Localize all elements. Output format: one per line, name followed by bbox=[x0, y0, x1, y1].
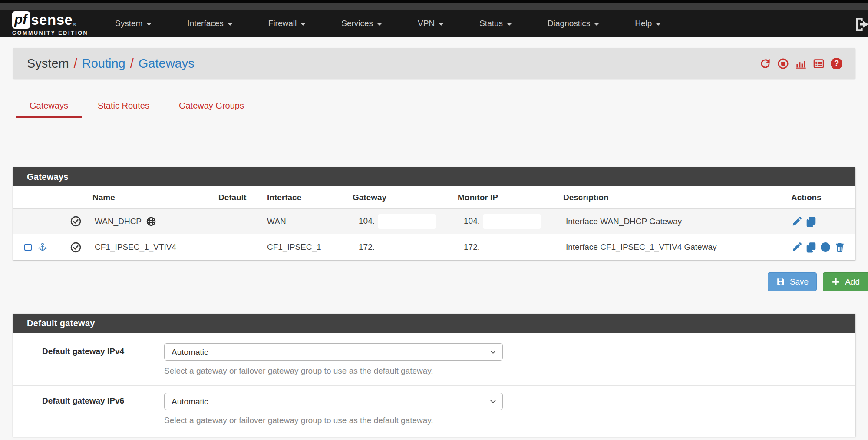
nav-status[interactable]: Status bbox=[462, 10, 530, 37]
edit-gateway-icon[interactable] bbox=[791, 242, 802, 253]
breadcrumb-separator: / bbox=[74, 56, 77, 71]
caret-down-icon bbox=[594, 23, 599, 26]
caret-down-icon bbox=[228, 23, 233, 26]
logo-pf: pf bbox=[12, 11, 30, 29]
routing-tabs: Gateways Static Routes Gateway Groups bbox=[16, 97, 260, 118]
caret-down-icon bbox=[656, 23, 661, 26]
globe-icon bbox=[146, 216, 156, 227]
anchor-icon[interactable] bbox=[38, 242, 47, 252]
nav-services[interactable]: Services bbox=[323, 10, 400, 37]
column-header-interface: Interface bbox=[267, 193, 352, 202]
column-header-actions: Actions bbox=[791, 193, 855, 202]
nav-vpn[interactable]: VPN bbox=[400, 10, 462, 37]
default-gateway-ipv4-label: Default gateway IPv4 bbox=[13, 343, 164, 376]
default-gateway-ipv6-control: Automatic bbox=[164, 393, 503, 410]
breadcrumb-separator: / bbox=[130, 56, 134, 71]
breadcrumb-actions: ? bbox=[759, 58, 842, 69]
gateway-actions-cell bbox=[791, 242, 855, 253]
save-icon bbox=[776, 277, 785, 287]
refresh-icon[interactable] bbox=[759, 58, 771, 69]
page-title: System / Routing / Gateways bbox=[27, 56, 195, 71]
monitor-ip: 104. bbox=[464, 216, 480, 225]
nav-diagnostics[interactable]: Diagnostics bbox=[530, 10, 617, 37]
gateway-address: 172. bbox=[359, 242, 375, 251]
check-circle-icon bbox=[70, 242, 82, 253]
nav-system[interactable]: System bbox=[97, 10, 169, 37]
sign-out-icon[interactable] bbox=[853, 16, 868, 31]
copy-gateway-icon[interactable] bbox=[805, 242, 817, 253]
nav-status-label: Status bbox=[479, 19, 503, 28]
nav-system-label: System bbox=[115, 19, 142, 28]
pfsense-logo-text: pf sense ® bbox=[12, 11, 91, 29]
logo-registered-mark: ® bbox=[73, 22, 76, 27]
table-row-cf1-ipsec: CF1_IPSEC_1_VTIV4 CF1_IPSEC_1 172. 172. … bbox=[13, 234, 855, 260]
default-gateway-ipv4-select[interactable]: Automatic bbox=[164, 343, 503, 361]
nav-interfaces-label: Interfaces bbox=[187, 19, 223, 28]
bar-chart-icon[interactable] bbox=[795, 58, 807, 69]
window-title-strip bbox=[0, 3, 868, 10]
gateway-address: 104. bbox=[359, 216, 375, 225]
stop-circle-icon[interactable] bbox=[777, 58, 789, 69]
gateway-monitor-cell: 172. bbox=[456, 242, 563, 252]
tab-gateway-groups[interactable]: Gateway Groups bbox=[165, 97, 258, 118]
gateways-table-header: Name Default Interface Gateway Monitor I… bbox=[13, 186, 855, 209]
gateways-buttons-bar: Save Add bbox=[13, 272, 868, 291]
column-header-description: Description bbox=[563, 193, 791, 202]
gateway-interface-cell: WAN bbox=[267, 217, 352, 226]
gateway-name: WAN_DHCP bbox=[95, 217, 142, 226]
gateway-name-cell: CF1_IPSEC_1_VTIV4 bbox=[67, 242, 217, 253]
default-gateway-panel: Default gateway Default gateway IPv4 Aut… bbox=[13, 314, 855, 437]
nav-vpn-label: VPN bbox=[418, 19, 435, 28]
gateway-address-cell: 104. bbox=[352, 214, 456, 229]
logo-subtitle: COMMUNITY EDITION bbox=[12, 30, 91, 36]
gateway-monitor-cell: 104. bbox=[456, 214, 563, 229]
gateway-address-cell: 172. bbox=[352, 242, 456, 252]
default-gateway-ipv6-row: Default gateway IPv6 Automatic Select a … bbox=[13, 385, 855, 435]
redaction-box bbox=[378, 214, 436, 229]
disable-gateway-icon[interactable] bbox=[820, 242, 831, 253]
table-row-wan-dhcp: WAN_DHCP WAN 104. 104. Interface WAN_DHC… bbox=[13, 209, 855, 234]
breadcrumb: System / Routing / Gateways ? bbox=[13, 48, 855, 79]
help-icon[interactable]: ? bbox=[831, 58, 842, 69]
breadcrumb-section: System bbox=[27, 56, 69, 71]
column-header-monitor-ip: Monitor IP bbox=[456, 193, 563, 202]
add-button-label: Add bbox=[845, 277, 860, 287]
caret-down-icon bbox=[146, 23, 152, 26]
window-top-edge bbox=[0, 0, 868, 3]
row-checkbox[interactable] bbox=[24, 244, 32, 251]
tab-gateways-label: Gateways bbox=[30, 101, 68, 110]
nav-help[interactable]: Help bbox=[617, 10, 679, 37]
redaction-box bbox=[483, 214, 541, 229]
tab-static-routes-label: Static Routes bbox=[98, 101, 149, 110]
nav-diagnostics-label: Diagnostics bbox=[548, 19, 590, 28]
main-menu: System Interfaces Firewall Services VPN … bbox=[97, 10, 679, 37]
plus-icon bbox=[831, 277, 841, 287]
default-gateway-ipv6-label: Default gateway IPv6 bbox=[13, 393, 164, 425]
gateway-description-cell: Interface WAN_DHCP Gateway bbox=[563, 217, 791, 226]
column-header-name: Name bbox=[67, 193, 217, 202]
delete-gateway-icon[interactable] bbox=[834, 242, 845, 253]
pfsense-logo[interactable]: pf sense ® COMMUNITY EDITION bbox=[12, 11, 91, 36]
gateways-panel: Gateways Name Default Interface Gateway … bbox=[13, 167, 855, 260]
save-button[interactable]: Save bbox=[768, 272, 817, 291]
check-circle-icon bbox=[70, 215, 82, 227]
log-summary-icon[interactable] bbox=[813, 58, 825, 69]
column-header-gateway: Gateway bbox=[352, 193, 456, 202]
breadcrumb-link-routing[interactable]: Routing bbox=[82, 56, 125, 71]
default-gateway-ipv4-control: Automatic bbox=[164, 343, 503, 361]
copy-gateway-icon[interactable] bbox=[805, 216, 817, 227]
edit-gateway-icon[interactable] bbox=[791, 216, 802, 227]
default-gateway-ipv6-select[interactable]: Automatic bbox=[164, 393, 503, 410]
caret-down-icon bbox=[507, 23, 512, 26]
breadcrumb-link-gateways[interactable]: Gateways bbox=[139, 56, 195, 71]
tab-gateway-groups-label: Gateway Groups bbox=[179, 101, 244, 110]
tab-gateways[interactable]: Gateways bbox=[16, 97, 82, 118]
tab-static-routes[interactable]: Static Routes bbox=[84, 97, 163, 118]
gateway-interface-cell: CF1_IPSEC_1 bbox=[267, 242, 352, 252]
add-button[interactable]: Add bbox=[823, 272, 868, 291]
nav-firewall-label: Firewall bbox=[268, 19, 297, 28]
default-gateway-ipv4-row: Default gateway IPv4 Automatic Select a … bbox=[13, 333, 855, 385]
nav-firewall[interactable]: Firewall bbox=[251, 10, 323, 37]
nav-interfaces[interactable]: Interfaces bbox=[169, 10, 250, 37]
logo-sense: sense bbox=[31, 12, 73, 28]
